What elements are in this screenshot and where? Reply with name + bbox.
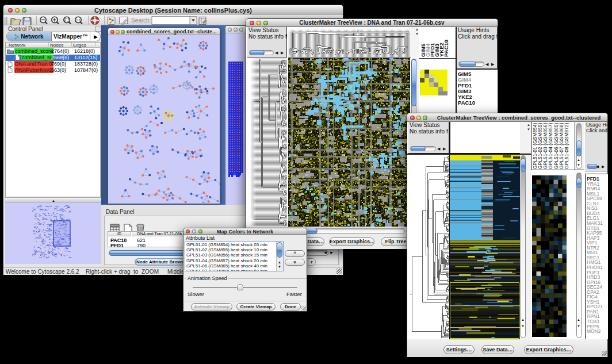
svg-text:Search:: Search: <box>131 17 151 24</box>
svg-text:1:1: 1:1 <box>76 18 81 22</box>
